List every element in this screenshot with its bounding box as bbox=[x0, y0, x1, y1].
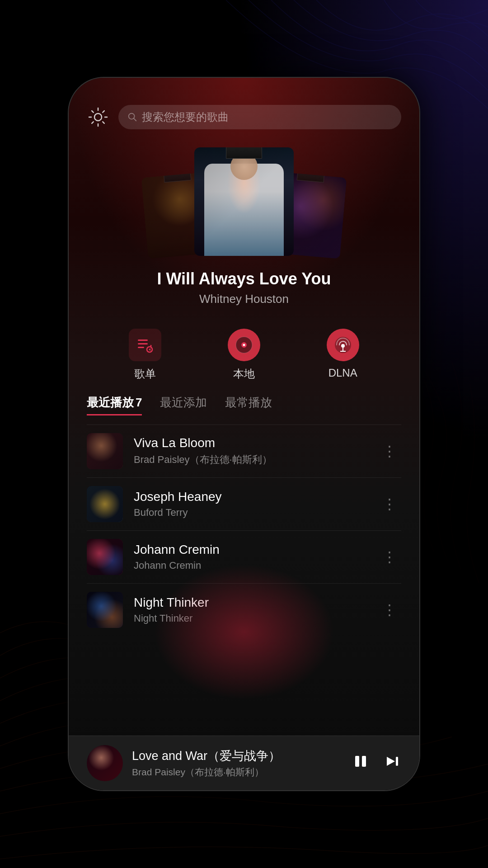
tab-bar: 最近播放7 最近添加 最常播放 bbox=[69, 395, 419, 415]
track-info: I Will Always Love You Whitney Houston bbox=[69, 265, 419, 320]
nav-icons: 歌单 本地 bbox=[69, 320, 419, 395]
nav-item-playlist[interactable]: 歌单 bbox=[129, 329, 161, 381]
now-playing-bar[interactable]: Love and War（爱与战争） Brad Paisley（布拉德·帕斯利） bbox=[69, 736, 419, 790]
now-playing-title: Love and War（爱与战争） bbox=[132, 748, 343, 764]
song-artist-4: Night Thinker bbox=[134, 613, 367, 624]
song-thumb-2 bbox=[87, 486, 123, 522]
svg-rect-3 bbox=[138, 343, 148, 344]
svg-rect-2 bbox=[138, 340, 148, 341]
nav-playlist-label: 歌单 bbox=[134, 367, 156, 381]
album-card-center[interactable] bbox=[194, 147, 294, 256]
playlist-icon bbox=[136, 336, 154, 354]
settings-button[interactable] bbox=[87, 106, 109, 128]
song-thumb-1 bbox=[87, 433, 123, 469]
svg-rect-15 bbox=[362, 756, 366, 767]
svg-point-9 bbox=[243, 344, 245, 346]
song-item[interactable]: Johann Cremin Johann Cremin ⋮ bbox=[69, 531, 419, 583]
song-name-4: Night Thinker bbox=[134, 595, 367, 610]
playlist-icon-bg bbox=[129, 329, 161, 361]
search-placeholder: 搜索您想要的歌曲 bbox=[142, 110, 229, 124]
nav-local-label: 本地 bbox=[233, 367, 255, 381]
tab-most-play[interactable]: 最常播放 bbox=[225, 395, 272, 415]
song-more-1[interactable]: ⋮ bbox=[378, 438, 401, 464]
vinyl-icon bbox=[234, 335, 254, 355]
header: 搜索您想要的歌曲 bbox=[69, 78, 419, 138]
tab-recent-add[interactable]: 最近添加 bbox=[160, 395, 207, 415]
song-info-3: Johann Cremin Johann Cremin bbox=[134, 542, 367, 571]
phone-shell: 搜索您想要的歌曲 bbox=[68, 77, 420, 791]
song-name-1: Viva La Bloom bbox=[134, 436, 367, 450]
song-thumb-3 bbox=[87, 539, 123, 575]
search-bar[interactable]: 搜索您想要的歌曲 bbox=[118, 105, 401, 129]
pause-icon bbox=[352, 752, 370, 770]
search-icon bbox=[127, 112, 137, 122]
svg-rect-14 bbox=[355, 756, 359, 767]
svg-rect-4 bbox=[138, 347, 144, 348]
now-playing-thumb bbox=[87, 745, 123, 781]
song-info-4: Night Thinker Night Thinker bbox=[134, 595, 367, 624]
vinyl-top-center bbox=[226, 147, 262, 159]
song-list: Viva La Bloom Brad Paisley（布拉德·帕斯利） ⋮ Jo… bbox=[69, 425, 419, 736]
nav-dlna-label: DLNA bbox=[328, 367, 357, 379]
song-artist-2: Buford Terry bbox=[134, 507, 367, 519]
song-name-3: Johann Cremin bbox=[134, 542, 367, 557]
svg-point-0 bbox=[94, 113, 102, 121]
track-title: I Will Always Love You bbox=[87, 269, 401, 288]
dlna-icon-circle bbox=[327, 329, 359, 361]
song-artist-1: Brad Paisley（布拉德·帕斯利） bbox=[134, 453, 367, 467]
song-info-2: Joseph Heaney Buford Terry bbox=[134, 490, 367, 519]
song-more-2[interactable]: ⋮ bbox=[378, 491, 401, 517]
next-icon bbox=[383, 752, 401, 770]
song-item[interactable]: Viva La Bloom Brad Paisley（布拉德·帕斯利） ⋮ bbox=[69, 425, 419, 477]
track-artist: Whitney Houston bbox=[87, 292, 401, 306]
song-name-2: Joseph Heaney bbox=[134, 490, 367, 504]
album-carousel bbox=[69, 138, 419, 265]
song-info-1: Viva La Bloom Brad Paisley（布拉德·帕斯利） bbox=[134, 436, 367, 467]
phone-content: 搜索您想要的歌曲 bbox=[69, 78, 419, 790]
svg-point-11 bbox=[341, 344, 345, 348]
song-item[interactable]: Night Thinker Night Thinker ⋮ bbox=[69, 584, 419, 636]
pause-button[interactable] bbox=[352, 752, 370, 774]
song-item[interactable]: Joseph Heaney Buford Terry ⋮ bbox=[69, 478, 419, 530]
nav-item-local[interactable]: 本地 bbox=[228, 329, 260, 381]
tab-recent-play[interactable]: 最近播放7 bbox=[87, 395, 142, 415]
song-more-4[interactable]: ⋮ bbox=[378, 597, 401, 623]
now-playing-artist: Brad Paisley（布拉德·帕斯利） bbox=[132, 766, 343, 778]
now-playing-controls bbox=[352, 752, 401, 774]
svg-rect-16 bbox=[396, 757, 398, 766]
song-artist-3: Johann Cremin bbox=[134, 560, 367, 571]
now-playing-info: Love and War（爱与战争） Brad Paisley（布拉德·帕斯利） bbox=[132, 748, 343, 778]
local-icon-circle bbox=[228, 329, 260, 361]
dlna-icon bbox=[333, 335, 353, 355]
next-button[interactable] bbox=[383, 752, 401, 774]
song-thumb-4 bbox=[87, 592, 123, 628]
nav-item-dlna[interactable]: DLNA bbox=[327, 329, 359, 381]
song-more-3[interactable]: ⋮ bbox=[378, 544, 401, 570]
